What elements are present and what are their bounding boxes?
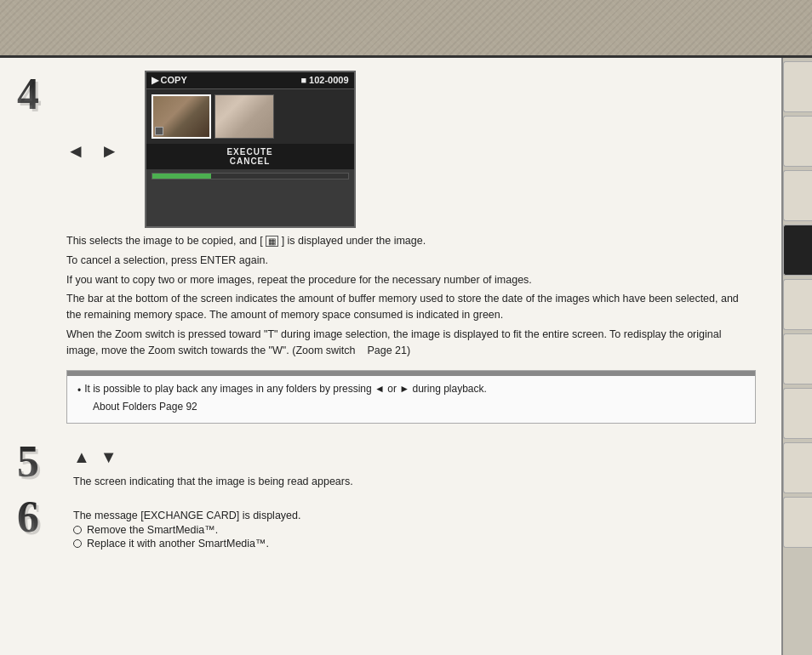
step6-text: The message [EXCHANGE CARD] is displayed… <box>73 510 300 550</box>
top-banner <box>0 0 812 58</box>
camera-mode: ▶ COPY <box>152 75 187 86</box>
note-box-header <box>67 371 755 376</box>
note-box: • It is possible to play back any images… <box>66 370 756 423</box>
camera-progress-fill <box>152 174 211 179</box>
step5-arrow-down: ▼ <box>100 447 117 467</box>
sidebar-tab-4[interactable] <box>783 225 812 276</box>
camera-progress-bar <box>152 173 349 179</box>
step6-number: 6 <box>17 498 58 538</box>
camera-file: ■ 102-0009 <box>300 75 348 86</box>
step5-arrows: ▲ ▼ <box>73 447 353 467</box>
step6-bullet2: Replace it with another SmartMedia™. <box>73 538 300 550</box>
camera-images <box>146 89 354 144</box>
about-folders-link: About Folders Page 92 <box>93 401 197 413</box>
step4-arrow-left: ◄ <box>66 140 85 162</box>
step4-arrow-right: ► <box>100 140 119 162</box>
camera-screen: ▶ COPY ■ 102-0009 EXECUT <box>145 71 356 228</box>
camera-img-2 <box>214 94 274 139</box>
camera-header: ▶ COPY ■ 102-0009 <box>146 72 354 89</box>
step6-section: 6 The message [EXCHANGE CARD] is display… <box>17 498 756 551</box>
step4-p4: The bar at the bottom of the screen indi… <box>66 291 756 323</box>
sidebar-tab-7[interactable] <box>783 388 812 439</box>
sidebar-tab-1[interactable] <box>783 61 812 112</box>
sidebar-tab-8[interactable] <box>783 442 812 493</box>
step5-section: 5 ▲ ▼ The screen indicating that the ima… <box>17 442 756 487</box>
step4-p1: This selects the image to be copied, and… <box>66 233 756 249</box>
main-content: 4 ◄ ► ▶ COPY ■ 102-0009 <box>0 58 781 655</box>
step5-arrow-up: ▲ <box>73 447 90 467</box>
note-bullet: • It is possible to play back any images… <box>77 381 745 399</box>
step5-number: 5 <box>17 442 58 482</box>
circle-icon-2 <box>73 539 82 548</box>
dog-image-2 <box>215 95 273 138</box>
step4-p5: When the Zoom switch is pressed toward "… <box>66 327 756 359</box>
step4-p3: If you want to copy two or more images, … <box>66 272 756 288</box>
step4-text: This selects the image to be copied, and… <box>66 233 756 362</box>
bullet-dot: • <box>77 383 81 399</box>
step6-p1: The message [EXCHANGE CARD] is displayed… <box>73 510 300 521</box>
sidebar-tab-9[interactable] <box>783 497 812 548</box>
camera-img-1 <box>152 94 211 139</box>
step4-header: ◄ ► ▶ COPY ■ 102-0009 <box>66 75 756 228</box>
step6-bullet1: Remove the SmartMedia™. <box>73 524 300 536</box>
step6-content: The message [EXCHANGE CARD] is displayed… <box>73 503 300 551</box>
right-sidebar <box>781 58 812 655</box>
step4-section: 4 ◄ ► ▶ COPY ■ 102-0009 <box>17 75 756 432</box>
circle-icon-1 <box>73 526 82 534</box>
camera-menu: EXECUTECANCEL <box>146 144 354 169</box>
note-text: It is possible to play back any images i… <box>84 381 487 397</box>
step6-p2: Remove the SmartMedia™. <box>87 524 218 536</box>
camera-checkbox-1 <box>155 127 163 135</box>
note-indent: About Folders Page 92 <box>93 399 745 415</box>
sidebar-tab-6[interactable] <box>783 333 812 384</box>
sidebar-tab-3[interactable] <box>783 170 812 221</box>
step4-number: 4 <box>17 75 58 115</box>
step4-p2: To cancel a selection, press ENTER again… <box>66 253 756 269</box>
sidebar-tab-5[interactable] <box>783 279 812 330</box>
step5-text: The screen indicating that the image is … <box>73 476 353 487</box>
sidebar-tab-2[interactable] <box>783 116 812 167</box>
step6-p3: Replace it with another SmartMedia™. <box>87 538 269 550</box>
